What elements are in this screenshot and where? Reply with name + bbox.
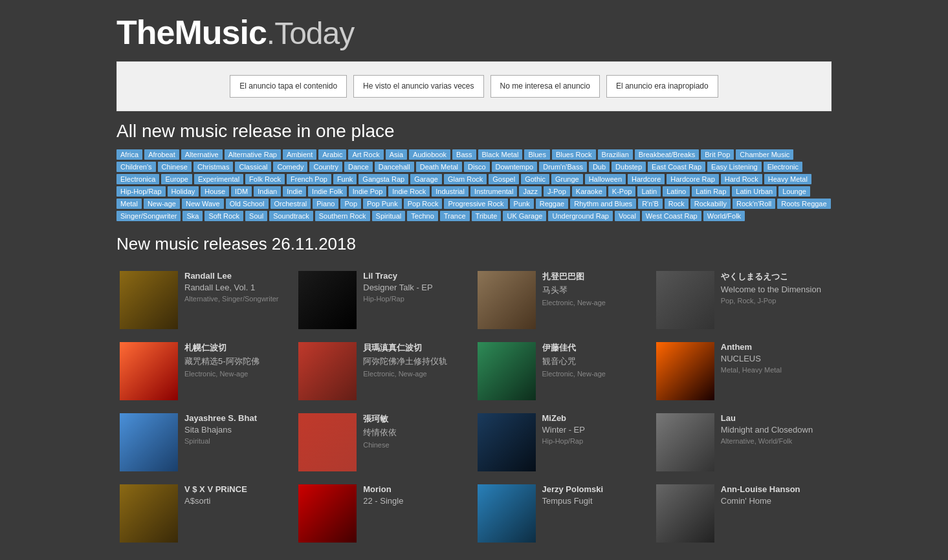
genre-tag-drum-n-bass[interactable]: Drum'n'Bass [539, 162, 587, 172]
genre-tag-underground-rap[interactable]: Underground Rap [548, 211, 612, 221]
release-item-lau[interactable]: LauMidnight and ClosedownAlternative, Wo… [653, 407, 832, 478]
genre-tag-ska[interactable]: Ska [182, 211, 203, 221]
genre-tag-chamber-music[interactable]: Chamber Music [736, 149, 793, 160]
release-item-annlouise[interactable]: Ann-Louise HansonComin' Home [653, 478, 832, 549]
genre-tag-french-pop[interactable]: French Pop [287, 174, 331, 184]
genre-tag-orchestral[interactable]: Orchestral [270, 199, 311, 209]
genre-tag-lounge[interactable]: Lounge [778, 186, 810, 197]
genre-tag-k-pop[interactable]: K-Pop [608, 186, 636, 197]
genre-tag-africa[interactable]: Africa [116, 149, 142, 160]
genre-tag-singer-songwriter[interactable]: Singer/Songwriter [116, 211, 181, 221]
genre-tag-children-s[interactable]: Children's [116, 162, 156, 172]
genre-tag-r-n-b[interactable]: R'n'B [638, 199, 663, 209]
genre-tag-country[interactable]: Country [309, 162, 342, 172]
genre-tag-soft-rock[interactable]: Soft Rock [204, 211, 243, 221]
genre-tag-vocal[interactable]: Vocal [615, 211, 640, 221]
genre-tag-heavy-metal[interactable]: Heavy Metal [764, 174, 811, 184]
genre-tag-brit-pop[interactable]: Brit Pop [701, 149, 734, 160]
genre-tag-karaoke[interactable]: Karaoke [572, 186, 606, 197]
genre-tag-soundtrack[interactable]: Soundtrack [269, 211, 313, 221]
ad-button-0[interactable]: El anuncio tapa el contenido [230, 75, 347, 98]
genre-tag-grunge[interactable]: Grunge [551, 174, 583, 184]
genre-tag-audiobook[interactable]: Audiobook [409, 149, 450, 160]
logo[interactable]: TheMusic.Today [0, 0, 948, 58]
genre-tag-indie-rock[interactable]: Indie Rock [388, 186, 430, 197]
release-item-sapporo[interactable]: 札幌仁波切藏咒精选5-阿弥陀佛Electronic, New-age [116, 336, 295, 407]
release-item-mizeb[interactable]: MiZebWinter - EPHip-Hop/Rap [474, 407, 653, 478]
genre-tag-spiritual[interactable]: Spiritual [372, 211, 406, 221]
release-item-anthem[interactable]: AnthemNUCLEUSMetal, Heavy Metal [653, 336, 832, 407]
genre-tag-old-school[interactable]: Old School [226, 199, 269, 209]
genre-tag-art-rock[interactable]: Art Rock [348, 149, 383, 160]
genre-tag-experimental[interactable]: Experimental [194, 174, 243, 184]
genre-tag-southern-rock[interactable]: Southern Rock [315, 211, 370, 221]
genre-tag-chinese[interactable]: Chinese [158, 162, 192, 172]
genre-tag-gospel[interactable]: Gospel [489, 174, 519, 184]
genre-tag-roots-reggae[interactable]: Roots Reggae [777, 199, 830, 209]
genre-tag-dance[interactable]: Dance [344, 162, 373, 172]
genre-tag-disco[interactable]: Disco [464, 162, 490, 172]
genre-tag-pop[interactable]: Pop [340, 199, 361, 209]
genre-tag-blues-rock[interactable]: Blues Rock [552, 149, 596, 160]
genre-tag-progressive-rock[interactable]: Progressive Rock [444, 199, 507, 209]
genre-tag-indie[interactable]: Indie [283, 186, 306, 197]
genre-tag-latin-urban[interactable]: Latin Urban [732, 186, 777, 197]
genre-tag-rhythm-and-blues[interactable]: Rhythm and Blues [570, 199, 636, 209]
genre-tag-jazz[interactable]: Jazz [519, 186, 542, 197]
genre-tag-hardcore[interactable]: Hardcore [628, 174, 665, 184]
genre-tag-indian[interactable]: Indian [254, 186, 281, 197]
ad-button-1[interactable]: He visto el anuncio varias veces [353, 75, 483, 98]
genre-tag-rockabilly[interactable]: Rockabilly [690, 199, 731, 209]
genre-tag-classical[interactable]: Classical [235, 162, 271, 172]
genre-tag-dancehall[interactable]: Dancehall [375, 162, 414, 172]
genre-tag-new-age[interactable]: New-age [144, 199, 180, 209]
genre-tag-christmas[interactable]: Christmas [193, 162, 234, 172]
genre-tag-black-metal[interactable]: Black Metal [478, 149, 523, 160]
genre-tag-hardcore-rap[interactable]: Hardcore Rap [667, 174, 718, 184]
genre-tag-industrial[interactable]: Industrial [432, 186, 468, 197]
genre-tag-gothic[interactable]: Gothic [521, 174, 549, 184]
genre-tag-europe[interactable]: Europe [161, 174, 192, 184]
ad-button-3[interactable]: El anuncio era inapropiado [606, 75, 718, 98]
genre-tag-asia[interactable]: Asia [386, 149, 407, 160]
genre-tag-blues[interactable]: Blues [524, 149, 550, 160]
release-item-zhang[interactable]: 張珂敏䌸情依依Chinese [295, 407, 474, 478]
genre-tag-halloween[interactable]: Halloween [585, 174, 626, 184]
genre-tag-easy-listening[interactable]: Easy Listening [707, 162, 762, 172]
genre-tag-j-pop[interactable]: J-Pop [544, 186, 570, 197]
genre-tag-world-folk[interactable]: World/Folk [703, 211, 745, 221]
genre-tag-pop-rock[interactable]: Pop Rock [404, 199, 443, 209]
genre-tag-dubstep[interactable]: Dubstep [612, 162, 646, 172]
genre-tag-dub[interactable]: Dub [589, 162, 610, 172]
release-item-beimanzheng[interactable]: 貝瑪滇真仁波切阿弥陀佛净土修持仪轨Electronic, New-age [295, 336, 474, 407]
genre-tag-east-coast-rap[interactable]: East Coast Rap [648, 162, 705, 172]
genre-tag-indie-folk[interactable]: Indie Folk [308, 186, 347, 197]
genre-tag-latino[interactable]: Latino [663, 186, 690, 197]
genre-tag-metal[interactable]: Metal [116, 199, 142, 209]
genre-tag-tribute[interactable]: Tribute [472, 211, 502, 221]
genre-tag-punk[interactable]: Punk [510, 199, 534, 209]
genre-tag-instrumental[interactable]: Instrumental [470, 186, 518, 197]
genre-tag-latin[interactable]: Latin [637, 186, 661, 197]
genre-tag-indie-pop[interactable]: Indie Pop [349, 186, 386, 197]
genre-tag-hip-hop-rap[interactable]: Hip-Hop/Rap [116, 186, 166, 197]
ad-button-2[interactable]: No me interesa el anuncio [491, 75, 600, 98]
genre-tag-rock-n-roll[interactable]: Rock'n'Roll [733, 199, 775, 209]
genre-tag-electronica[interactable]: Electronica [116, 174, 159, 184]
release-item-liltracy[interactable]: Lil TracyDesigner Talk - EPHip-Hop/Rap [295, 264, 474, 336]
genre-tag-glam-rock[interactable]: Glam Rock [444, 174, 487, 184]
genre-tag-house[interactable]: House [201, 186, 229, 197]
genre-tag-afrobeat[interactable]: Afrobeat [144, 149, 179, 160]
genre-tag-trance[interactable]: Trance [440, 211, 470, 221]
genre-tag-electronic[interactable]: Electronic [764, 162, 802, 172]
genre-tag-hard-rock[interactable]: Hard Rock [721, 174, 762, 184]
genre-tag-new-wave[interactable]: New Wave [182, 199, 224, 209]
genre-tag-breakbeat-breaks[interactable]: Breakbeat/Breaks [635, 149, 699, 160]
genre-tag-pop-punk[interactable]: Pop Punk [363, 199, 402, 209]
genre-tag-alternative-rap[interactable]: Alternative Rap [225, 149, 281, 160]
genre-tag-arabic[interactable]: Arabic [318, 149, 346, 160]
genre-tag-idm[interactable]: IDM [231, 186, 252, 197]
genre-tag-ambient[interactable]: Ambient [283, 149, 316, 160]
genre-tag-death-metal[interactable]: Death Metal [416, 162, 462, 172]
genre-tag-techno[interactable]: Techno [407, 211, 437, 221]
